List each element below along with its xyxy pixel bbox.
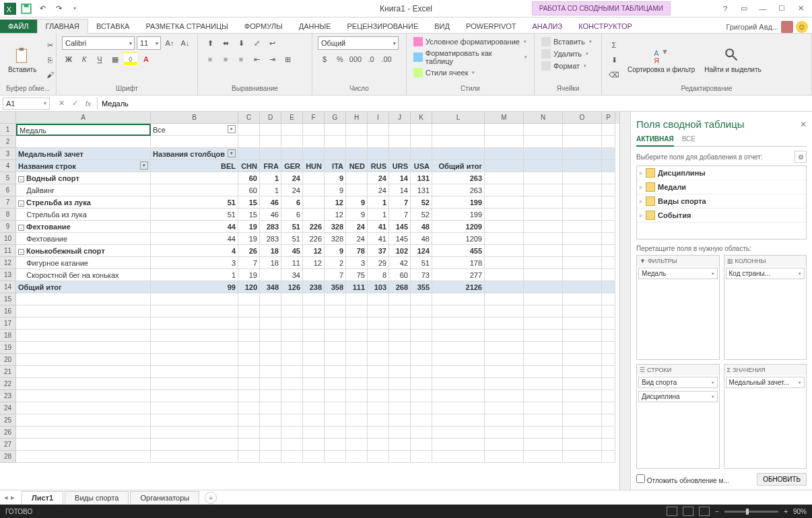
cell[interactable] — [563, 257, 602, 269]
zoom-out-icon[interactable]: − — [715, 508, 719, 515]
cell[interactable] — [16, 342, 151, 354]
cell[interactable] — [151, 366, 238, 378]
increase-indent-icon[interactable]: ⇥ — [265, 52, 279, 66]
cell[interactable]: 355 — [411, 281, 432, 293]
cell[interactable] — [238, 439, 260, 451]
cell[interactable] — [411, 293, 432, 305]
cell[interactable] — [346, 451, 368, 463]
cell[interactable]: 46 — [260, 196, 281, 209]
cell[interactable] — [563, 354, 602, 366]
column-header[interactable]: H — [346, 112, 368, 124]
cell[interactable] — [563, 427, 602, 439]
cell[interactable] — [303, 414, 325, 427]
cell[interactable] — [563, 160, 602, 172]
cell[interactable] — [602, 148, 615, 160]
cell[interactable] — [151, 305, 238, 318]
cell[interactable]: 15 — [238, 196, 260, 209]
cell[interactable] — [563, 269, 602, 281]
cell[interactable] — [260, 305, 281, 318]
cell[interactable] — [485, 221, 524, 233]
cell[interactable] — [602, 354, 615, 366]
cell[interactable] — [281, 402, 303, 414]
cell[interactable] — [524, 354, 563, 366]
redo-icon[interactable]: ↷ — [53, 3, 65, 15]
cell[interactable] — [151, 184, 238, 196]
cell[interactable] — [389, 354, 411, 366]
cell[interactable] — [524, 269, 563, 281]
cell[interactable]: 9 — [346, 196, 368, 209]
cell[interactable] — [411, 451, 432, 463]
cell[interactable] — [602, 257, 615, 269]
cell[interactable] — [281, 366, 303, 378]
cell[interactable] — [411, 124, 432, 136]
cell[interactable] — [325, 136, 346, 148]
cell[interactable]: ITA — [325, 160, 346, 172]
cell[interactable]: 1209 — [432, 233, 485, 245]
cell[interactable] — [524, 305, 563, 318]
cell[interactable] — [485, 245, 524, 257]
cell[interactable] — [563, 402, 602, 414]
cell[interactable] — [151, 427, 238, 439]
cell[interactable] — [485, 318, 524, 330]
cell[interactable]: CHN — [238, 160, 260, 172]
row-header[interactable]: 22 — [0, 378, 16, 390]
cell[interactable] — [563, 390, 602, 402]
cell[interactable]: 44 — [151, 221, 238, 233]
font-name-combo[interactable]: Calibri — [62, 36, 135, 50]
cell[interactable]: 52 — [411, 209, 432, 221]
cell[interactable] — [303, 136, 325, 148]
cell[interactable] — [281, 390, 303, 402]
cell[interactable] — [346, 293, 368, 305]
cell[interactable] — [303, 209, 325, 221]
cell[interactable] — [238, 390, 260, 402]
add-sheet-icon[interactable]: + — [205, 492, 217, 504]
cell[interactable]: 199 — [432, 196, 485, 209]
cell[interactable] — [281, 293, 303, 305]
cell[interactable]: NED — [346, 160, 368, 172]
cell[interactable] — [238, 305, 260, 318]
cell[interactable] — [602, 136, 615, 148]
expand-icon[interactable]: - — [18, 200, 24, 207]
cell[interactable] — [602, 293, 615, 305]
column-header[interactable]: K — [411, 112, 432, 124]
column-header[interactable]: B — [151, 112, 238, 124]
cell[interactable] — [602, 196, 615, 209]
cell[interactable] — [524, 293, 563, 305]
pivot-field[interactable]: Виды спорта — [637, 194, 806, 209]
cell[interactable]: 7 — [238, 257, 260, 269]
view-break-icon[interactable] — [699, 507, 710, 516]
cell[interactable] — [260, 269, 281, 281]
help-icon[interactable]: ? — [718, 3, 733, 15]
row-header[interactable]: 2 — [0, 136, 16, 148]
pivot-zone-rows[interactable]: ☰СТРОКИ Вид спорта Дисциплина — [636, 364, 720, 469]
cell[interactable] — [238, 136, 260, 148]
cell[interactable]: Общий итог — [432, 160, 485, 172]
cell[interactable]: 131 — [411, 172, 432, 184]
cell[interactable] — [411, 305, 432, 318]
column-header[interactable]: L — [432, 112, 485, 124]
cell[interactable] — [432, 136, 485, 148]
cell[interactable] — [432, 366, 485, 378]
align-right-icon[interactable]: ≡ — [234, 52, 248, 66]
cell[interactable] — [524, 342, 563, 354]
tab-insert[interactable]: ВСТАВКА — [88, 20, 137, 33]
sheet-tab[interactable]: Лист1 — [22, 491, 63, 505]
cell[interactable] — [260, 293, 281, 305]
tab-file[interactable]: ФАЙЛ — [0, 20, 37, 33]
cell[interactable]: Медаль — [16, 124, 151, 136]
cell[interactable] — [281, 451, 303, 463]
cell[interactable]: Медальный зачет — [16, 148, 151, 160]
cell[interactable] — [346, 330, 368, 342]
cell[interactable] — [389, 136, 411, 148]
pivot-tab-all[interactable]: ВСЕ — [682, 133, 696, 146]
row-header[interactable]: 3 — [0, 148, 16, 160]
cell[interactable] — [260, 390, 281, 402]
cell[interactable] — [260, 148, 281, 160]
cell[interactable] — [485, 160, 524, 172]
cell[interactable]: 226 — [303, 221, 325, 233]
cell[interactable] — [602, 366, 615, 378]
cell[interactable]: 46 — [260, 209, 281, 221]
cell[interactable] — [602, 209, 615, 221]
cell[interactable]: 7 — [389, 196, 411, 209]
cell[interactable] — [602, 305, 615, 318]
